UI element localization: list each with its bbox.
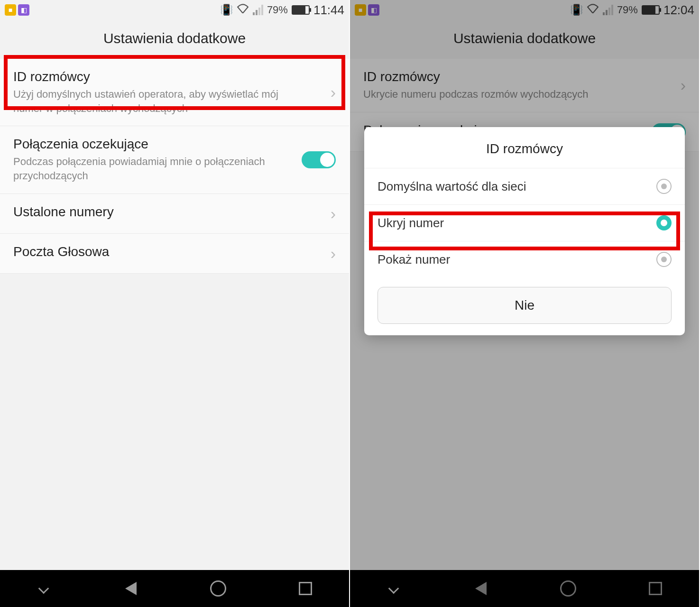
settings-list: ID rozmówcy Użyj domyślnych ustawień ope… [0, 59, 349, 274]
item-fixed-numbers[interactable]: Ustalone numery › [0, 194, 349, 234]
item-call-waiting[interactable]: Połączenia oczekujące Podczas połączenia… [0, 126, 349, 193]
nav-home-button[interactable] [198, 580, 239, 597]
status-app-icon-2: ◧ [18, 4, 29, 16]
battery-pct: 79% [267, 4, 288, 16]
signal-icon [253, 5, 263, 15]
call-waiting-title: Połączenia oczekujące [13, 137, 302, 152]
option-label: Pokaż numer [378, 252, 656, 267]
screen-right: ■ ◧ 📳 79% 12:04 Ustawienia dodatkowe ID … [350, 0, 700, 607]
item-voicemail[interactable]: Poczta Głosowa › [0, 234, 349, 274]
android-navbar [0, 570, 349, 607]
fixed-numbers-title: Ustalone numery [13, 204, 331, 220]
chevron-right-icon: › [331, 244, 336, 263]
wifi-icon [237, 4, 249, 16]
voicemail-title: Poczta Głosowa [13, 244, 331, 259]
status-app-icon-1: ■ [5, 4, 16, 16]
caller-id-title: ID rozmówcy [13, 69, 331, 84]
option-show-number[interactable]: Pokaż numer [364, 241, 685, 277]
radio-icon [656, 179, 672, 194]
option-hide-number[interactable]: Ukryj numer [364, 204, 685, 241]
item-caller-id[interactable]: ID rozmówcy Użyj domyślnych ustawień ope… [0, 59, 349, 126]
chevron-right-icon: › [331, 83, 336, 101]
nav-menu-chevron[interactable] [23, 585, 64, 592]
battery-icon [292, 5, 310, 15]
nav-recent-button[interactable] [285, 582, 326, 595]
call-waiting-sub: Podczas połączenia powiadamiaj mnie o po… [13, 155, 288, 183]
header: Ustawienia dodatkowe [0, 20, 349, 59]
dialog-title: ID rozmówcy [364, 127, 685, 168]
status-clock: 11:44 [313, 3, 344, 18]
caller-id-dialog: ID rozmówcy Domyślna wartość dla sieci U… [364, 127, 685, 335]
nav-back-button[interactable] [111, 582, 151, 595]
radio-selected-icon [656, 215, 672, 230]
chevron-right-icon: › [331, 204, 336, 223]
dialog-cancel-button[interactable]: Nie [378, 287, 672, 324]
radio-icon [656, 252, 672, 267]
option-label: Ukryj numer [378, 216, 656, 230]
caller-id-sub: Użyj domyślnych ustawień operatora, aby … [13, 87, 288, 115]
vibrate-icon: 📳 [220, 4, 233, 16]
page-title: Ustawienia dodatkowe [0, 30, 349, 46]
status-bar: ■ ◧ 📳 79% 11:44 [0, 0, 349, 20]
option-label: Domyślna wartość dla sieci [378, 179, 656, 194]
call-waiting-toggle[interactable] [302, 151, 336, 168]
option-network-default[interactable]: Domyślna wartość dla sieci [364, 168, 685, 204]
screen-left: ■ ◧ 📳 79% 11:44 Ustawienia dodatkowe ID … [0, 0, 350, 607]
